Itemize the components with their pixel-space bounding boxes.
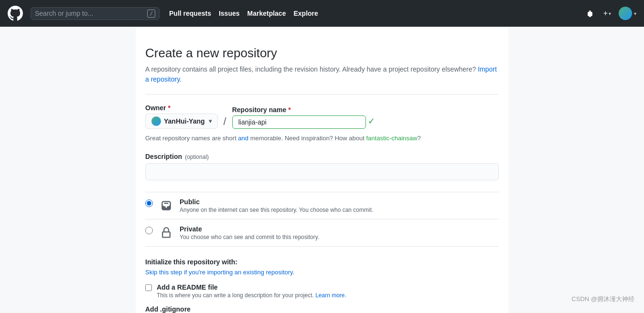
public-desc: Anyone on the internet can see this repo… [180, 207, 373, 213]
private-desc: You choose who can see and commit to thi… [180, 234, 319, 240]
private-content: Private You choose who can see and commi… [180, 225, 319, 240]
readme-learn-link[interactable]: Learn more. [315, 292, 346, 299]
init-skip-text: Skip this step if you're importing an ex… [145, 269, 499, 276]
public-content: Public Anyone on the internet can see th… [180, 198, 373, 213]
nav-links: Pull requests Issues Marketplace Explore [169, 10, 318, 17]
public-option: Public Anyone on the internet can see th… [145, 192, 499, 219]
nav-marketplace[interactable]: Marketplace [247, 10, 286, 17]
and-highlight: and [238, 135, 248, 142]
notifications-button[interactable] [584, 8, 596, 19]
readme-content: Add a README file This is where you can … [157, 283, 346, 299]
suggestion-link[interactable]: fantastic-chainsaw [366, 135, 417, 142]
watermark: CSDN @拥沐潼大神经 [571, 295, 634, 303]
subtitle-text: A repository contains all project files,… [145, 64, 499, 84]
owner-name: YanHui-Yang [164, 117, 205, 125]
description-input[interactable] [145, 163, 499, 180]
nav-issues[interactable]: Issues [219, 10, 240, 17]
repo-name-required: * [288, 106, 290, 114]
navbar: / Pull requests Issues Marketplace Explo… [0, 0, 644, 27]
owner-chevron-icon: ▾ [209, 118, 212, 125]
public-radio[interactable] [145, 199, 153, 207]
check-icon: ✓ [368, 116, 375, 126]
search-input[interactable] [35, 10, 143, 17]
owner-dropdown[interactable]: YanHui-Yang ▾ [145, 114, 218, 129]
user-menu-button[interactable]: ▾ [619, 7, 636, 20]
readme-checkbox[interactable] [145, 284, 152, 291]
avatar-chevron-icon: ▾ [634, 11, 636, 16]
avatar [619, 7, 632, 20]
repo-name-group: Repository name * ✓ [232, 106, 375, 129]
private-title: Private [180, 225, 319, 233]
owner-required: * [168, 104, 170, 112]
owner-repo-row: Owner * YanHui-Yang ▾ / Repository name … [145, 104, 499, 129]
readme-title: Add a README file [157, 283, 346, 291]
owner-avatar [151, 116, 161, 126]
slash-divider: / [224, 115, 226, 129]
search-kbd: / [147, 10, 155, 18]
readme-option: Add a README file This is where you can … [145, 283, 499, 299]
public-title: Public [180, 198, 373, 206]
description-label: Description [145, 153, 182, 160]
nav-pull-requests[interactable]: Pull requests [169, 10, 211, 17]
owner-label: Owner * [145, 104, 218, 112]
navbar-right: + ▾ ▾ [584, 7, 636, 20]
public-icon [159, 198, 174, 213]
page-title: Create a new repository [145, 46, 499, 61]
init-title: Initialize this repository with: [145, 258, 499, 266]
owner-group: Owner * YanHui-Yang ▾ [145, 104, 218, 129]
nav-explore[interactable]: Explore [293, 10, 318, 17]
private-radio[interactable] [145, 227, 153, 234]
optional-text: (optional) [185, 154, 209, 160]
new-menu-button[interactable]: + ▾ [601, 7, 613, 20]
main-content: Create a new repository A repository con… [136, 27, 508, 313]
divider-top [145, 94, 499, 94]
readme-desc: This is where you can write a long descr… [157, 292, 346, 299]
private-option: Private You choose who can see and commi… [145, 219, 499, 247]
add-gitignore-title: Add .gitignore [145, 305, 499, 313]
init-section: Initialize this repository with: Skip th… [145, 258, 499, 313]
search-box[interactable]: / [31, 7, 160, 20]
visibility-section: Public Anyone on the internet can see th… [145, 192, 499, 247]
repo-hint-text: Great repository names are short and mem… [145, 134, 499, 143]
plus-icon: + [603, 9, 608, 18]
repo-name-label: Repository name * [232, 106, 375, 114]
description-label-row: Description (optional) [145, 153, 499, 160]
repo-name-input[interactable] [232, 115, 366, 129]
github-logo-icon[interactable] [8, 6, 23, 21]
private-icon [159, 225, 174, 240]
